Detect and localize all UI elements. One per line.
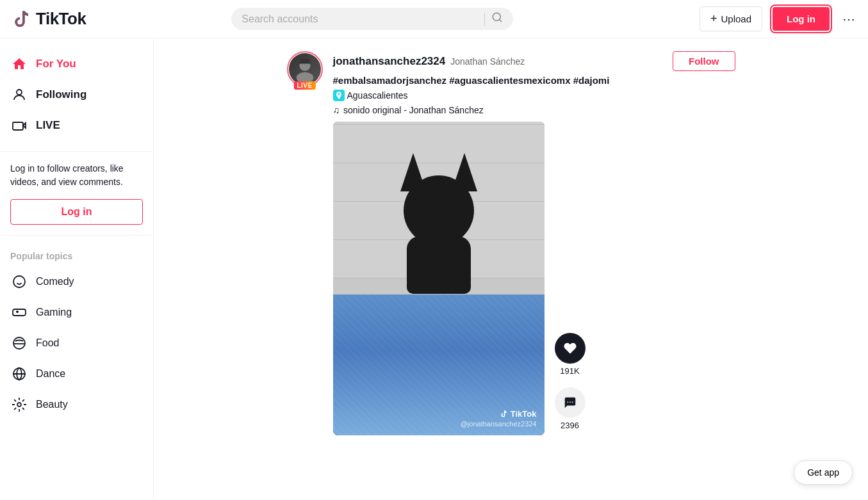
location-icon [333,90,345,101]
more-icon: ⋯ [842,12,855,26]
video-watermark: TikTok @jonathansanchez2324 [461,409,537,428]
header-actions: + Upload Log in ⋯ [700,6,858,31]
svg-point-24 [571,401,573,403]
follow-button[interactable]: Follow [673,51,735,71]
upload-plus-icon: + [710,12,717,26]
post-location: Aguascalientes [333,90,735,101]
post-header: jonathansanchez2324 Jonathan Sánchez Fol… [333,51,735,71]
page-layout: For You Following LIVE Log in to follow … [0,0,868,469]
svg-rect-8 [13,309,26,316]
sidebar-divider-1 [0,151,153,152]
topic-dance-label: Dance [36,368,65,380]
post-tags-text: #embalsamadorjsanchez #aguascalientesmex… [333,75,610,86]
comment-count: 2396 [561,421,579,430]
music-note-icon: ♫ [333,105,340,115]
sidebar-divider-2 [0,235,153,236]
post-right: jonathansanchez2324 Jonathan Sánchez Fol… [333,51,735,435]
sidebar-item-following-label: Following [36,88,86,101]
like-count: 191K [560,366,579,376]
sidebar-item-following[interactable]: Following [0,79,153,110]
topic-comedy-label: Comedy [36,276,74,287]
get-app-button[interactable]: Get app [794,460,853,469]
comment-action: 2396 [555,387,585,430]
main-content: LIVE jonathansanchez2324 Jonathan Sánche… [154,38,868,469]
sidebar-login-button[interactable]: Log in [10,199,143,225]
action-buttons: 191K [555,333,585,435]
comedy-icon [10,273,28,291]
search-divider [484,13,485,26]
live-icon [10,117,28,134]
like-button[interactable] [555,333,585,364]
live-badge: LIVE [293,81,315,90]
svg-point-9 [13,337,25,349]
svg-point-5 [13,276,25,287]
sidebar-item-live[interactable]: LIVE [0,110,153,141]
gaming-icon [10,303,28,321]
home-icon [10,55,28,73]
video-background: TikTok @jonathansanchez2324 [333,122,545,435]
post-card: LIVE jonathansanchez2324 Jonathan Sánche… [287,51,735,435]
svg-point-22 [567,401,568,403]
svg-point-23 [569,401,571,403]
upload-label: Upload [721,13,751,24]
post-sound-text: sonido original - Jonathan Sánchez [343,105,484,115]
watermark-brand: TikTok [511,409,537,419]
feed: LIVE jonathansanchez2324 Jonathan Sánche… [287,51,735,456]
author-username[interactable]: jonathansanchez2324 [333,55,446,68]
sidebar-item-for-you-label: For You [36,58,76,70]
svg-rect-0 [10,8,32,30]
topic-beauty[interactable]: Beauty [0,389,153,420]
topic-comedy[interactable]: Comedy [0,266,153,297]
search-input[interactable] [242,13,478,25]
more-options-button[interactable]: ⋯ [840,9,858,29]
topic-food[interactable]: Food [0,328,153,359]
sidebar: For You Following LIVE Log in to follow … [0,38,154,469]
watermark-logo: TikTok [499,409,537,419]
login-button[interactable]: Log in [773,7,830,31]
svg-line-2 [500,19,502,21]
popular-topics-label: Popular topics [0,246,153,266]
sidebar-item-live-label: LIVE [36,119,60,132]
watermark-username: @jonathansanchez2324 [461,420,537,428]
food-icon [10,334,28,352]
topic-food-label: Food [36,337,59,349]
video-thumbnail[interactable]: TikTok @jonathansanchez2324 [333,122,545,435]
topic-dance[interactable]: Dance [0,359,153,389]
author-info: jonathansanchez2324 Jonathan Sánchez [333,55,525,68]
avatar-wrapper: LIVE [287,51,323,87]
search-bar [231,8,513,30]
svg-rect-15 [300,59,309,63]
svg-rect-20 [407,278,429,294]
post-tags: #embalsamadorjsanchez #aguascalientesmex… [333,75,735,86]
beauty-icon [10,396,28,414]
post-sound: ♫ sonido original - Jonathan Sánchez [333,105,735,115]
post-left: LIVE [287,51,323,435]
topic-gaming[interactable]: Gaming [0,297,153,328]
comment-button[interactable] [555,387,585,418]
sidebar-item-for-you[interactable]: For You [0,49,153,79]
logo-area[interactable]: TikTok [10,8,113,30]
svg-point-18 [404,175,474,246]
topic-beauty-label: Beauty [36,399,68,410]
tiktok-logo-icon [10,8,32,30]
like-action: 191K [555,333,585,376]
svg-rect-21 [448,278,471,294]
logo-text: TikTok [36,9,86,29]
search-container [180,8,564,30]
post-location-text: Aguascalientes [347,90,408,101]
svg-point-3 [17,90,22,95]
svg-point-11 [17,403,21,407]
upload-button[interactable]: + Upload [700,6,762,31]
video-top-section [333,122,545,294]
following-icon [10,86,28,104]
svg-rect-4 [13,122,23,130]
sidebar-login-prompt: Log in to follow creators, like videos, … [0,162,153,189]
video-row: TikTok @jonathansanchez2324 [333,122,735,435]
search-icon[interactable] [491,12,503,26]
author-display-name: Jonathan Sánchez [450,56,525,67]
avatar[interactable] [289,53,321,85]
svg-point-13 [296,72,313,81]
topic-gaming-label: Gaming [36,307,72,318]
header: TikTok + Upload Log in ⋯ [0,0,868,38]
dance-icon [10,365,28,383]
